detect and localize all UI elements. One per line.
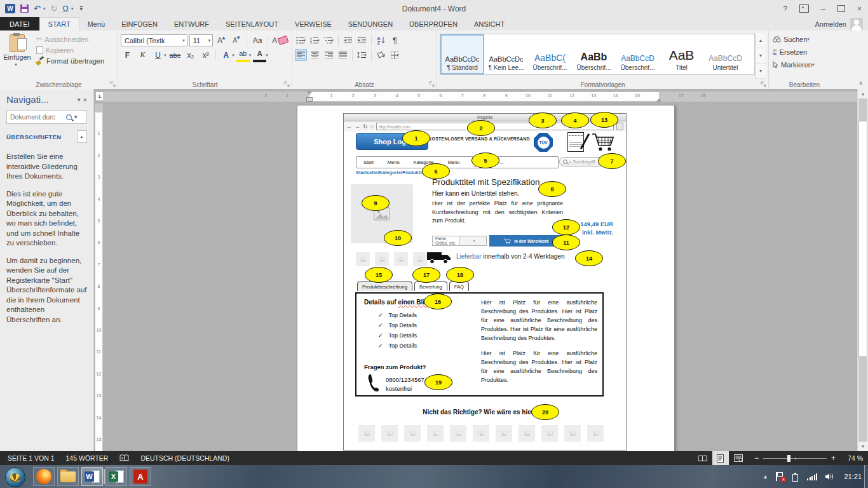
underline-dropdown-icon[interactable]: ▾ (164, 53, 166, 58)
ribbon-display-options-button[interactable] (799, 4, 809, 13)
multilevel-list-button[interactable]: ▾ (323, 34, 335, 46)
styles-scroll-up[interactable]: ▲ (756, 33, 766, 48)
highlight-dropdown-icon[interactable]: ▾ (249, 53, 252, 58)
cut-button[interactable]: ✂ Ausschneiden (34, 34, 106, 44)
subscript-button[interactable]: x₂ (184, 49, 197, 61)
zoom-in-button[interactable]: + (831, 454, 836, 463)
collapse-ribbon-button[interactable]: ∧ (858, 80, 863, 86)
tray-expand-icon[interactable]: ▲ (763, 474, 768, 480)
superscript-button[interactable]: x² (199, 49, 212, 61)
copy-button[interactable]: Kopieren (34, 45, 106, 55)
navigation-pane-dropdown-icon[interactable]: ▾ (78, 97, 81, 103)
format-painter-button[interactable]: Format übertragen (34, 56, 106, 66)
align-right-button[interactable] (323, 49, 335, 61)
battery-icon[interactable] (791, 472, 799, 482)
taskbar-clock[interactable]: 21:21 (844, 473, 862, 480)
zoom-slider[interactable] (763, 458, 827, 459)
show-desktop-button[interactable] (864, 465, 868, 488)
ribbon-tab-verweise[interactable]: VERWEISE (287, 17, 340, 30)
ribbon-tab-seitenlayout[interactable]: SEITENLAYOUT (217, 17, 287, 30)
borders-button[interactable]: ▾ (389, 49, 401, 61)
proofing-icon[interactable] (114, 454, 135, 462)
avatar[interactable] (850, 18, 863, 30)
shrink-font-button[interactable]: A▼ (230, 34, 243, 46)
taskbar-firefox[interactable] (33, 467, 55, 486)
print-layout-button[interactable] (712, 451, 729, 465)
vertical-scrollbar[interactable]: ▲ ▼ (857, 89, 868, 451)
italic-button[interactable]: K (136, 49, 149, 61)
style-item-3[interactable]: AaBbÜberschrif... (572, 34, 616, 74)
font-color-button[interactable]: A (253, 48, 266, 62)
taskbar-acrobat[interactable]: A (130, 467, 151, 486)
tab-headings[interactable]: ÜBERSCHRIFTEN (6, 133, 77, 140)
symbol-dropdown-icon[interactable]: ▾ (71, 6, 74, 11)
styles-dialog-launcher[interactable] (761, 81, 767, 88)
paragraph-dialog-launcher[interactable] (429, 81, 435, 88)
undo-button[interactable]: ↶ (34, 4, 41, 13)
ribbon-tab-einfgen[interactable]: EINFÜGEN (113, 17, 166, 30)
first-line-indent-marker[interactable] (307, 92, 312, 95)
style-item-1[interactable]: AaBbCcDc¶ Kein Lee... (484, 34, 528, 74)
customize-qat-button[interactable]: ▾ (80, 6, 83, 11)
sign-in-link[interactable]: Anmelden (815, 20, 846, 28)
minimize-button[interactable]: – (821, 4, 825, 13)
increase-indent-button[interactable] (356, 34, 368, 46)
navigation-tabs-expand-button[interactable]: ▸ (77, 130, 87, 143)
clipboard-dialog-launcher[interactable] (110, 81, 116, 88)
document-search-box[interactable]: ▾ (6, 110, 87, 124)
font-dialog-launcher[interactable] (284, 81, 290, 88)
align-center-button[interactable] (309, 49, 321, 61)
ribbon-tab-start[interactable]: START (39, 17, 79, 30)
volume-icon[interactable] (825, 473, 834, 480)
page-indicator[interactable]: SEITE 1 VON 1 (0, 454, 60, 462)
taskbar-explorer[interactable] (57, 467, 79, 486)
search-dropdown-icon[interactable]: ▾ (74, 114, 78, 120)
file-tab[interactable]: DATEI (0, 17, 39, 30)
ribbon-tab-sendungen[interactable]: SENDUNGEN (340, 17, 401, 30)
bullets-button[interactable]: ▾ (295, 34, 307, 46)
symbol-button[interactable]: Ω (62, 4, 69, 13)
action-center-icon[interactable]: × (775, 472, 783, 481)
help-button[interactable]: ? (783, 4, 788, 13)
ribbon-tab-entwurf[interactable]: ENTWURF (166, 17, 217, 30)
style-item-0[interactable]: AaBbCcDc¶ Standard (440, 34, 484, 74)
scroll-up-button[interactable]: ▲ (858, 89, 867, 98)
scrollbar-thumb[interactable] (858, 121, 867, 357)
ribbon-tab-men[interactable]: Menü (79, 17, 114, 30)
bold-button[interactable]: F (121, 49, 134, 61)
start-button[interactable] (5, 467, 25, 487)
paste-button[interactable]: Einfügen ▾ (3, 33, 32, 79)
zoom-slider-thumb[interactable] (787, 455, 790, 462)
ribbon-tab-ansicht[interactable]: ANSICHT (466, 17, 513, 30)
taskbar-word[interactable]: W (81, 467, 103, 486)
web-layout-button[interactable] (730, 451, 747, 465)
strikethrough-button[interactable]: abc (168, 49, 182, 61)
scroll-down-button[interactable]: ▼ (858, 442, 867, 451)
styles-scroll-down[interactable]: ▼ (756, 48, 766, 64)
redo-button[interactable]: ↻ (50, 4, 57, 13)
align-left-button[interactable] (295, 49, 307, 61)
numbering-button[interactable]: 123▾ (309, 34, 321, 46)
close-button[interactable]: × (857, 4, 862, 13)
style-item-4[interactable]: AaBbCcDÜberschrif... (616, 34, 660, 74)
sort-button[interactable]: AZ (375, 34, 387, 46)
ribbon-tab-berprfen[interactable]: ÜBERPRÜFEN (401, 17, 466, 30)
decrease-indent-button[interactable] (342, 34, 354, 46)
shading-button[interactable]: ▾ (375, 49, 387, 61)
save-icon[interactable] (20, 4, 29, 13)
highlight-button[interactable]: ab (236, 48, 250, 62)
left-indent-marker[interactable] (306, 97, 313, 102)
network-icon[interactable] (807, 473, 817, 480)
font-color-dropdown-icon[interactable]: ▾ (266, 53, 268, 58)
font-size-combo[interactable]: 11▾ (189, 34, 214, 46)
v-ruler[interactable]: 123456789101112131415 (95, 104, 103, 451)
underline-button[interactable]: U (151, 49, 165, 61)
text-effects-button[interactable]: A (219, 49, 233, 61)
show-paragraph-marks-button[interactable]: ¶ (389, 34, 401, 46)
change-case-button[interactable]: Aa▾ (250, 34, 264, 46)
select-button[interactable]: Markieren▾ (771, 58, 837, 71)
restore-button[interactable] (837, 5, 845, 12)
h-ruler[interactable]: 211234567891011121314151718 (103, 92, 857, 102)
document-page[interactable]: Mogzilla ← → ↻ ⌂ http://muster.com Shop … (297, 105, 675, 451)
clear-formatting-button[interactable]: A (271, 34, 289, 46)
